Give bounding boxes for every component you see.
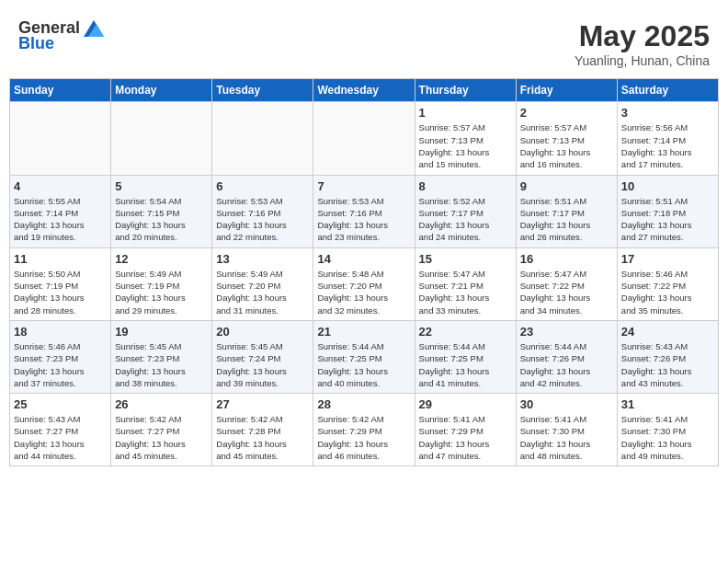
day-number: 11 — [14, 252, 107, 266]
day-info: Sunrise: 5:42 AM Sunset: 7:29 PM Dayligh… — [317, 413, 410, 462]
calendar-cell: 19Sunrise: 5:45 AM Sunset: 7:23 PM Dayli… — [111, 320, 212, 393]
weekday-header-monday: Monday — [111, 79, 212, 102]
day-info: Sunrise: 5:56 AM Sunset: 7:14 PM Dayligh… — [621, 121, 714, 170]
day-number: 13 — [216, 252, 309, 266]
calendar-table: SundayMondayTuesdayWednesdayThursdayFrid… — [9, 78, 719, 466]
weekday-header-wednesday: Wednesday — [313, 79, 415, 102]
calendar-cell: 22Sunrise: 5:44 AM Sunset: 7:25 PM Dayli… — [415, 320, 516, 393]
main-title: May 2025 — [574, 18, 710, 53]
day-info: Sunrise: 5:51 AM Sunset: 7:18 PM Dayligh… — [621, 195, 714, 244]
day-number: 30 — [520, 397, 613, 411]
calendar-cell: 1Sunrise: 5:57 AM Sunset: 7:13 PM Daylig… — [415, 102, 516, 175]
day-info: Sunrise: 5:50 AM Sunset: 7:19 PM Dayligh… — [14, 268, 107, 316]
day-info: Sunrise: 5:43 AM Sunset: 7:26 PM Dayligh… — [621, 340, 714, 389]
day-info: Sunrise: 5:46 AM Sunset: 7:23 PM Dayligh… — [14, 340, 107, 389]
calendar-cell: 27Sunrise: 5:42 AM Sunset: 7:28 PM Dayli… — [212, 394, 313, 466]
calendar-cell: 8Sunrise: 5:52 AM Sunset: 7:17 PM Daylig… — [415, 175, 516, 247]
calendar-cell — [212, 102, 313, 175]
calendar-cell: 10Sunrise: 5:51 AM Sunset: 7:18 PM Dayli… — [617, 175, 718, 247]
day-number: 14 — [317, 252, 410, 266]
day-number: 31 — [621, 397, 714, 411]
day-number: 24 — [621, 325, 714, 339]
day-number: 4 — [14, 179, 107, 193]
calendar-cell: 21Sunrise: 5:44 AM Sunset: 7:25 PM Dayli… — [313, 320, 415, 393]
day-number: 6 — [216, 179, 309, 193]
calendar-cell: 31Sunrise: 5:41 AM Sunset: 7:30 PM Dayli… — [617, 394, 718, 466]
calendar-cell: 30Sunrise: 5:41 AM Sunset: 7:30 PM Dayli… — [516, 394, 617, 466]
day-number: 18 — [14, 325, 107, 339]
day-info: Sunrise: 5:54 AM Sunset: 7:15 PM Dayligh… — [115, 195, 208, 244]
day-info: Sunrise: 5:51 AM Sunset: 7:17 PM Dayligh… — [520, 195, 613, 244]
day-info: Sunrise: 5:45 AM Sunset: 7:23 PM Dayligh… — [115, 340, 208, 389]
day-number: 19 — [115, 325, 208, 339]
day-info: Sunrise: 5:48 AM Sunset: 7:20 PM Dayligh… — [317, 268, 410, 316]
day-info: Sunrise: 5:53 AM Sunset: 7:16 PM Dayligh… — [317, 195, 410, 244]
subtitle: Yuanling, Hunan, China — [574, 53, 710, 68]
calendar-cell — [313, 102, 415, 175]
weekday-header-thursday: Thursday — [415, 79, 516, 102]
calendar-cell: 14Sunrise: 5:48 AM Sunset: 7:20 PM Dayli… — [313, 247, 415, 320]
calendar-cell: 16Sunrise: 5:47 AM Sunset: 7:22 PM Dayli… — [516, 247, 617, 320]
calendar-cell: 6Sunrise: 5:53 AM Sunset: 7:16 PM Daylig… — [212, 175, 313, 247]
calendar-cell: 13Sunrise: 5:49 AM Sunset: 7:20 PM Dayli… — [212, 247, 313, 320]
calendar-week-1: 1Sunrise: 5:57 AM Sunset: 7:13 PM Daylig… — [10, 102, 719, 175]
day-number: 9 — [520, 179, 613, 193]
day-info: Sunrise: 5:44 AM Sunset: 7:25 PM Dayligh… — [317, 340, 410, 389]
day-info: Sunrise: 5:55 AM Sunset: 7:14 PM Dayligh… — [14, 195, 107, 244]
day-info: Sunrise: 5:44 AM Sunset: 7:25 PM Dayligh… — [419, 340, 512, 389]
day-number: 15 — [419, 252, 512, 266]
day-number: 26 — [115, 397, 208, 411]
day-info: Sunrise: 5:49 AM Sunset: 7:20 PM Dayligh… — [216, 268, 309, 316]
calendar-cell: 7Sunrise: 5:53 AM Sunset: 7:16 PM Daylig… — [313, 175, 415, 247]
calendar-week-5: 25Sunrise: 5:43 AM Sunset: 7:27 PM Dayli… — [10, 394, 719, 466]
weekday-header-friday: Friday — [516, 79, 617, 102]
calendar-cell: 17Sunrise: 5:46 AM Sunset: 7:22 PM Dayli… — [617, 247, 718, 320]
calendar-header-row: SundayMondayTuesdayWednesdayThursdayFrid… — [10, 79, 719, 102]
day-info: Sunrise: 5:43 AM Sunset: 7:27 PM Dayligh… — [14, 413, 107, 462]
calendar-cell: 4Sunrise: 5:55 AM Sunset: 7:14 PM Daylig… — [10, 175, 111, 247]
day-number: 29 — [419, 397, 512, 411]
calendar-week-2: 4Sunrise: 5:55 AM Sunset: 7:14 PM Daylig… — [10, 175, 719, 247]
day-info: Sunrise: 5:53 AM Sunset: 7:16 PM Dayligh… — [216, 195, 309, 244]
day-info: Sunrise: 5:47 AM Sunset: 7:22 PM Dayligh… — [520, 268, 613, 316]
weekday-header-saturday: Saturday — [617, 79, 718, 102]
day-info: Sunrise: 5:44 AM Sunset: 7:26 PM Dayligh… — [520, 340, 613, 389]
calendar-cell: 3Sunrise: 5:56 AM Sunset: 7:14 PM Daylig… — [617, 102, 718, 175]
logo: General Blue — [18, 18, 104, 53]
day-info: Sunrise: 5:49 AM Sunset: 7:19 PM Dayligh… — [115, 268, 208, 316]
day-number: 10 — [621, 179, 714, 193]
calendar-cell: 15Sunrise: 5:47 AM Sunset: 7:21 PM Dayli… — [415, 247, 516, 320]
page-header: General Blue May 2025 Yuanling, Hunan, C… — [9, 9, 719, 73]
calendar-cell: 9Sunrise: 5:51 AM Sunset: 7:17 PM Daylig… — [516, 175, 617, 247]
day-info: Sunrise: 5:41 AM Sunset: 7:29 PM Dayligh… — [419, 413, 512, 462]
weekday-header-tuesday: Tuesday — [212, 79, 313, 102]
day-number: 1 — [419, 106, 512, 120]
day-number: 17 — [621, 252, 714, 266]
day-info: Sunrise: 5:41 AM Sunset: 7:30 PM Dayligh… — [621, 413, 714, 462]
day-info: Sunrise: 5:57 AM Sunset: 7:13 PM Dayligh… — [520, 121, 613, 170]
calendar-cell: 28Sunrise: 5:42 AM Sunset: 7:29 PM Dayli… — [313, 394, 415, 466]
day-number: 7 — [317, 179, 410, 193]
calendar-cell: 12Sunrise: 5:49 AM Sunset: 7:19 PM Dayli… — [111, 247, 212, 320]
calendar-week-4: 18Sunrise: 5:46 AM Sunset: 7:23 PM Dayli… — [10, 320, 719, 393]
day-info: Sunrise: 5:42 AM Sunset: 7:27 PM Dayligh… — [115, 413, 208, 462]
calendar-cell: 24Sunrise: 5:43 AM Sunset: 7:26 PM Dayli… — [617, 320, 718, 393]
calendar-cell — [10, 102, 111, 175]
day-number: 3 — [621, 106, 714, 120]
weekday-header-sunday: Sunday — [10, 79, 111, 102]
day-number: 25 — [14, 397, 107, 411]
calendar-cell: 18Sunrise: 5:46 AM Sunset: 7:23 PM Dayli… — [10, 320, 111, 393]
title-block: May 2025 Yuanling, Hunan, China — [574, 18, 710, 68]
day-info: Sunrise: 5:45 AM Sunset: 7:24 PM Dayligh… — [216, 340, 309, 389]
day-number: 28 — [317, 397, 410, 411]
day-info: Sunrise: 5:52 AM Sunset: 7:17 PM Dayligh… — [419, 195, 512, 244]
day-number: 12 — [115, 252, 208, 266]
day-number: 16 — [520, 252, 613, 266]
day-info: Sunrise: 5:57 AM Sunset: 7:13 PM Dayligh… — [419, 121, 512, 170]
day-number: 2 — [520, 106, 613, 120]
calendar-cell: 2Sunrise: 5:57 AM Sunset: 7:13 PM Daylig… — [516, 102, 617, 175]
day-info: Sunrise: 5:42 AM Sunset: 7:28 PM Dayligh… — [216, 413, 309, 462]
calendar-cell: 25Sunrise: 5:43 AM Sunset: 7:27 PM Dayli… — [10, 394, 111, 466]
logo-icon — [84, 20, 104, 37]
day-number: 20 — [216, 325, 309, 339]
